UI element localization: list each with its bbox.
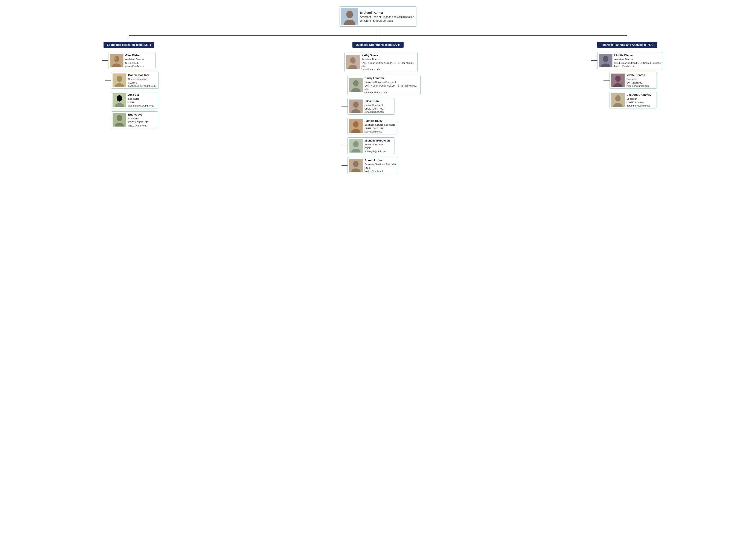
bot-member-1-dept: CBEE / DoIT / ME bbox=[364, 107, 384, 110]
fpa-member-0-title: Specialist bbox=[627, 78, 649, 81]
bot-member-3-title: Senior Specialist bbox=[364, 143, 390, 146]
fpa-director-name: Lindita Dietzen bbox=[614, 54, 660, 57]
srt-member-1-name: Alex Via bbox=[128, 93, 154, 97]
bot-member-0-name: Cindy Lamothe bbox=[364, 77, 418, 80]
bot-director-title: Assistant Director bbox=[361, 58, 415, 61]
svg-point-32 bbox=[353, 161, 359, 167]
bot-member-2-dept: CBEE / DoIT / ME bbox=[364, 127, 395, 130]
fpa-member-0-dept: CWIT/DoIT/ME bbox=[627, 81, 649, 84]
srt-director-card: Gina Fisher Assistant Director CBEE/CSEE… bbox=[108, 52, 155, 69]
srt-director-title: Assistant Director bbox=[125, 58, 145, 61]
srt-member-1-card: Alex Via Specialist CSEE alexandravia@um… bbox=[111, 92, 158, 109]
bot-label: Business Operations Team (BOT) bbox=[353, 42, 403, 48]
srt-member-0-dept: CWIT/IS bbox=[128, 81, 156, 84]
fpa-director-email: lindietz@umbc.edu bbox=[614, 65, 660, 67]
fpa-member-0-name: Yvette Benton bbox=[627, 74, 649, 77]
srt-member-2-dept: CBEE / CSEE / ME bbox=[128, 121, 149, 124]
bot-member-3-photo bbox=[349, 139, 363, 153]
bot-v2 bbox=[378, 48, 378, 52]
srt-member-2-title: Specialist bbox=[128, 117, 149, 120]
bot-director-email: kathy@umbc.edu bbox=[361, 68, 415, 70]
root-info: Michael Palmer Assistant Dean of Finance… bbox=[360, 11, 414, 22]
root-title1: Assistant Dean of Finance and Administra… bbox=[360, 15, 414, 19]
svg-point-11 bbox=[117, 95, 122, 102]
fpa-member-1-name: Dee Ann Drummey bbox=[627, 93, 651, 97]
column-srt: Sponsored Research Team (SRT) bbox=[4, 35, 254, 128]
fpa-member-0-photo bbox=[611, 74, 625, 87]
fpa-label: Financial Planning and Analysis (FP&A) bbox=[597, 42, 657, 48]
bot-director-photo bbox=[346, 55, 360, 69]
bot-member-4-card: Brandi Loftus Business Services Speciali… bbox=[348, 157, 398, 174]
root-v-line bbox=[378, 27, 378, 35]
bot-member-4-dept: CSEE bbox=[364, 166, 396, 169]
root-name: Michael Palmer bbox=[360, 11, 414, 15]
fpa-v2 bbox=[627, 48, 627, 52]
bot-member-0-email: clamothe@umbc.edu bbox=[364, 91, 418, 93]
fpa-director-card: Lindita Dietzen Assistant Director CBEE/… bbox=[597, 52, 663, 69]
fpa-member-1-photo bbox=[611, 93, 625, 107]
root-card: Michael Palmer Assistant Dean of Finance… bbox=[340, 7, 416, 27]
svg-point-20 bbox=[353, 80, 359, 86]
srt-member-0-card: Bobbie Soellner Senior Specialist CWIT/I… bbox=[111, 72, 158, 89]
srt-v2 bbox=[129, 48, 129, 52]
svg-point-38 bbox=[615, 76, 620, 82]
srt-member-1-title: Specialist bbox=[128, 97, 154, 100]
fpa-member-1-card: Dee Ann Drummey Specialist CSEE/IS/IS Fl… bbox=[609, 92, 657, 109]
srt-member-2-name: Eric Vooys bbox=[128, 113, 149, 117]
fpa-member-1-email: ddrummey@umbc.edu bbox=[627, 104, 651, 107]
fpa-member-1-dept: CSEE/IS/IS Flex bbox=[627, 101, 651, 104]
srt-label: Sponsored Research Team (SRT) bbox=[104, 42, 155, 48]
srt-member-2-email: ericv2@umbc.edu bbox=[128, 124, 149, 127]
bot-member-3-card: Michelle Bobovych Senior Specialist CSEE… bbox=[348, 137, 395, 154]
h-span-line bbox=[129, 35, 627, 36]
bot-member-1-email: ekhan@umbc.edu bbox=[364, 111, 384, 113]
root-title2: Director of Shared Services bbox=[360, 19, 414, 22]
srt-director-email: ginam@umbc.edu bbox=[125, 65, 145, 67]
bot-director-card: Kathy Suess Assistant Director CWIT / De… bbox=[345, 52, 418, 72]
srt-member-1-dept: CSEE bbox=[128, 101, 154, 104]
fpa-director-dept: CBEE/Dean's Office/ECEP/Shared Services bbox=[614, 61, 660, 64]
srt-member-0-photo bbox=[113, 74, 126, 87]
bot-member-4-name: Brandi Loftus bbox=[364, 159, 396, 162]
bot-member-2-photo bbox=[349, 119, 363, 133]
bot-member-2-name: Pamela Raley bbox=[364, 119, 395, 123]
svg-point-41 bbox=[615, 95, 620, 102]
fpa-member-0-email: yvbenton@umbc.edu bbox=[627, 84, 649, 87]
srt-director-dept: CBEE/CSEE bbox=[125, 61, 145, 64]
svg-point-23 bbox=[353, 102, 359, 108]
srt-member-2-card: Eric Vooys Specialist CBEE / CSEE / ME e… bbox=[111, 112, 158, 128]
bot-member-3-name: Michelle Bobovych bbox=[364, 139, 390, 143]
fpa-member-1-title: Specialist bbox=[627, 97, 651, 100]
bot-member-0-title: Business Services Specialist bbox=[364, 81, 418, 84]
bot-member-1-photo bbox=[349, 99, 363, 113]
column-fpa: Financial Planning and Analysis (FP&A) bbox=[502, 35, 752, 109]
bot-member-4-photo bbox=[349, 159, 363, 172]
fpa-v-top bbox=[627, 35, 627, 42]
srt-director-name: Gina Fisher bbox=[125, 54, 145, 57]
svg-point-29 bbox=[353, 141, 359, 147]
svg-point-6 bbox=[114, 56, 117, 60]
bot-member-0-photo bbox=[349, 78, 363, 92]
bot-member-0-dept: CWIT / Dean's Office / ECEP / IS / IS Fl… bbox=[364, 84, 418, 90]
bot-member-1-title: Senior Specialist bbox=[364, 104, 384, 107]
bot-member-2-email: raley@umbc.edu bbox=[364, 130, 395, 133]
fpa-member-0-card: Yvette Benton Specialist CWIT/DoIT/ME yv… bbox=[609, 72, 657, 89]
bot-member-3-email: bobovych@umbc.edu bbox=[364, 150, 390, 153]
bot-director-dept: CWIT / Dean's Office / ECEP / IS / IS Fl… bbox=[361, 61, 415, 68]
bot-member-1-name: Elisa Khan bbox=[364, 99, 384, 103]
svg-point-35 bbox=[603, 56, 608, 62]
svg-point-8 bbox=[117, 76, 122, 82]
bot-member-4-title: Business Services Specialist bbox=[364, 163, 396, 166]
fpa-director-photo bbox=[599, 54, 612, 67]
bot-member-0-card: Cindy Lamothe Business Services Speciali… bbox=[348, 75, 421, 95]
srt-director-photo bbox=[110, 54, 123, 67]
bot-member-2-title: Business Service Specialist bbox=[364, 123, 395, 126]
srt-member-0-name: Bobbie Soellner bbox=[128, 74, 156, 77]
srt-member-0-title: Senior Specialist bbox=[128, 78, 156, 81]
srt-member-0-email: bobbiesoellner@umbc.edu bbox=[128, 84, 156, 87]
bot-member-1-card: Elisa Khan Senior Specialist CBEE / DoIT… bbox=[348, 98, 395, 115]
bot-member-2-card: Pamela Raley Business Service Specialist… bbox=[348, 118, 397, 134]
svg-point-14 bbox=[117, 115, 122, 121]
bot-member-4-email: bloftus@umbc.edu bbox=[364, 170, 396, 172]
fpa-director-title: Assistant Director bbox=[614, 58, 660, 61]
